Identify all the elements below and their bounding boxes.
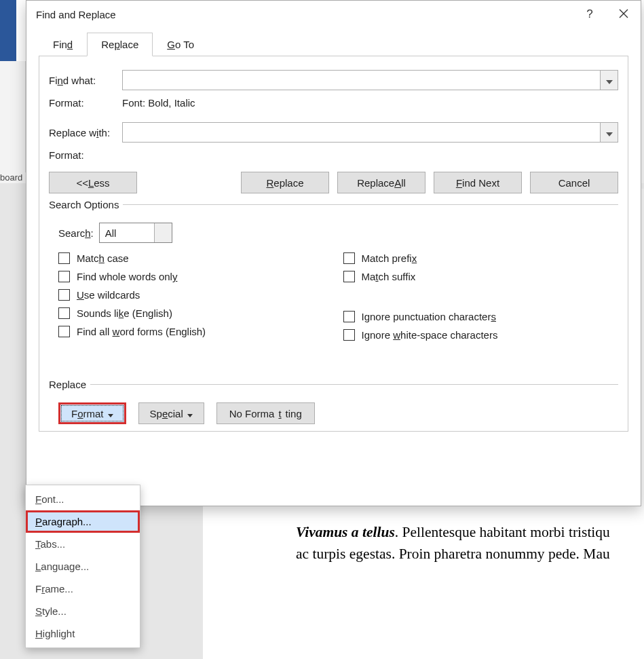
- search-direction-label: Search:: [58, 227, 94, 239]
- replace-with-label: Replace with:: [49, 127, 122, 138]
- chevron-down-icon: [606, 75, 613, 86]
- replace-section: Replace Format Special No Formatting: [49, 379, 618, 424]
- help-button[interactable]: ?: [573, 1, 607, 28]
- replace-panel: Find what: Format: Font: Bold, Italic Re…: [39, 56, 628, 432]
- search-direction-value: All: [100, 227, 154, 239]
- replace-section-legend: Replace: [49, 379, 90, 390]
- word-forms-checkbox[interactable]: Find all word forms (English): [58, 326, 334, 337]
- replace-with-input[interactable]: [123, 127, 600, 138]
- caret-down-icon: [108, 408, 113, 419]
- find-what-combo[interactable]: [122, 70, 618, 90]
- replace-with-combo[interactable]: [122, 122, 618, 143]
- doc-line1-rest: . Pellentesque habitant morbi tristiqu: [395, 524, 610, 540]
- search-direction-dropdown[interactable]: All: [99, 223, 172, 243]
- search-options-legend: Search Options: [49, 199, 123, 210]
- word-ribbon-edge: [0, 0, 16, 61]
- close-button[interactable]: [607, 1, 641, 28]
- dialog-title: Find and Replace: [36, 9, 573, 20]
- cancel-button[interactable]: Cancel: [530, 172, 618, 193]
- find-format-label: Format:: [49, 97, 122, 109]
- whole-words-checkbox[interactable]: Find whole words only: [58, 271, 334, 282]
- word-ribbon-gray: [0, 61, 26, 183]
- caret-down-icon: [187, 408, 193, 419]
- wildcards-checkbox[interactable]: Use wildcards: [58, 289, 334, 301]
- format-dropdown-menu: Font... Paragraph... Tabs... Language...…: [25, 485, 140, 648]
- special-menu-button[interactable]: Special: [138, 402, 204, 424]
- replace-format-label: Format:: [49, 149, 122, 161]
- close-icon: [619, 9, 628, 20]
- document-body-text: Vivamus a tellus. Pellentesque habitant …: [296, 521, 644, 565]
- menu-item-font[interactable]: Font...: [26, 488, 140, 510]
- menu-item-paragraph[interactable]: Paragraph...: [26, 510, 140, 533]
- find-replace-dialog: Find and Replace ? Find Replace Go To Fi…: [26, 0, 641, 506]
- menu-item-frame[interactable]: Frame...: [26, 578, 140, 600]
- ignore-punct-checkbox[interactable]: Ignore punctuation characters: [343, 311, 619, 322]
- format-menu-button[interactable]: Format: [58, 402, 126, 424]
- chevron-down-icon: [606, 127, 613, 138]
- replace-all-button[interactable]: Replace All: [337, 172, 425, 193]
- replace-with-dropdown[interactable]: [600, 123, 618, 142]
- menu-item-tabs[interactable]: Tabs...: [26, 533, 140, 555]
- tab-find[interactable]: Find: [39, 33, 87, 56]
- find-what-label: Find what:: [49, 75, 122, 86]
- find-format-value: Font: Bold, Italic: [122, 97, 195, 109]
- doc-bold-italic-span: Vivamus a tellus: [296, 524, 395, 540]
- match-suffix-checkbox[interactable]: Match suffix: [343, 271, 619, 282]
- menu-item-highlight[interactable]: Highlight: [26, 622, 140, 645]
- menu-item-style[interactable]: Style...: [26, 600, 140, 622]
- match-case-checkbox[interactable]: Match case: [58, 252, 334, 264]
- menu-item-language[interactable]: Language...: [26, 555, 140, 578]
- sounds-like-checkbox[interactable]: Sounds like (English): [58, 307, 334, 319]
- doc-line2: ac turpis egestas. Proin pharetra nonumm…: [296, 546, 610, 562]
- search-direction-chevron[interactable]: [154, 223, 172, 242]
- dialog-titlebar: Find and Replace ?: [26, 1, 641, 28]
- less-button[interactable]: << Less: [49, 172, 137, 193]
- replace-button[interactable]: Replace: [241, 172, 329, 193]
- match-prefix-checkbox[interactable]: Match prefix: [343, 252, 619, 264]
- tab-replace[interactable]: Replace: [87, 33, 153, 56]
- find-what-dropdown[interactable]: [600, 71, 618, 90]
- no-formatting-button[interactable]: No Formatting: [216, 402, 315, 424]
- tab-strip: Find Replace Go To: [39, 32, 628, 56]
- search-options-group: Search Options Search: All Match case Fi…: [49, 199, 618, 341]
- find-what-input[interactable]: [123, 75, 600, 86]
- tab-goto[interactable]: Go To: [153, 33, 208, 56]
- find-next-button[interactable]: Find Next: [434, 172, 522, 193]
- ignore-whitespace-checkbox[interactable]: Ignore white-space characters: [343, 329, 619, 341]
